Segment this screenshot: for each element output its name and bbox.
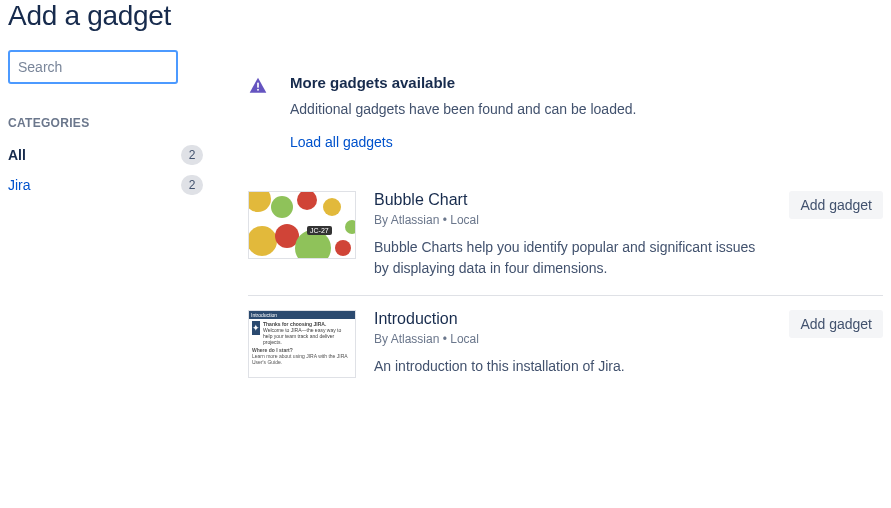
categories-heading: CATEGORIES — [8, 116, 208, 130]
main-content: More gadgets available Additional gadget… — [248, 50, 883, 394]
svg-rect-1 — [257, 89, 259, 91]
category-count-badge: 2 — [181, 175, 203, 195]
category-label: All — [8, 147, 26, 163]
search-input[interactable] — [8, 50, 178, 84]
category-count-badge: 2 — [181, 145, 203, 165]
gadget-description: An introduction to this installation of … — [374, 356, 771, 377]
notice-text: Additional gadgets have been found and c… — [290, 101, 883, 117]
gadget-thumbnail: JC-27 — [248, 191, 356, 259]
svg-rect-0 — [257, 83, 259, 88]
notice-title: More gadgets available — [290, 74, 883, 91]
category-label: Jira — [8, 177, 31, 193]
category-all[interactable]: All 2 — [8, 140, 203, 170]
warning-icon — [248, 76, 268, 96]
notice-banner: More gadgets available Additional gadget… — [248, 74, 883, 151]
gadget-byline: By Atlassian • Local — [374, 332, 771, 346]
gadget-description: Bubble Charts help you identify popular … — [374, 237, 771, 279]
category-jira[interactable]: Jira 2 — [8, 170, 203, 200]
gadget-title: Bubble Chart — [374, 191, 771, 209]
add-gadget-button[interactable]: Add gadget — [789, 191, 883, 219]
thumbnail-tag: JC-27 — [307, 226, 332, 235]
page-title: Add a gadget — [8, 0, 883, 32]
sidebar: CATEGORIES All 2 Jira 2 — [8, 50, 208, 394]
gadget-title: Introduction — [374, 310, 771, 328]
gadget-row: JC-27 Bubble Chart By Atlassian • Local … — [248, 177, 883, 296]
gadget-row: Introduction ✦ Thanks for choosing JIRA.… — [248, 296, 883, 394]
gadget-thumbnail: Introduction ✦ Thanks for choosing JIRA.… — [248, 310, 356, 378]
add-gadget-button[interactable]: Add gadget — [789, 310, 883, 338]
load-all-gadgets-link[interactable]: Load all gadgets — [290, 134, 393, 150]
gadget-byline: By Atlassian • Local — [374, 213, 771, 227]
